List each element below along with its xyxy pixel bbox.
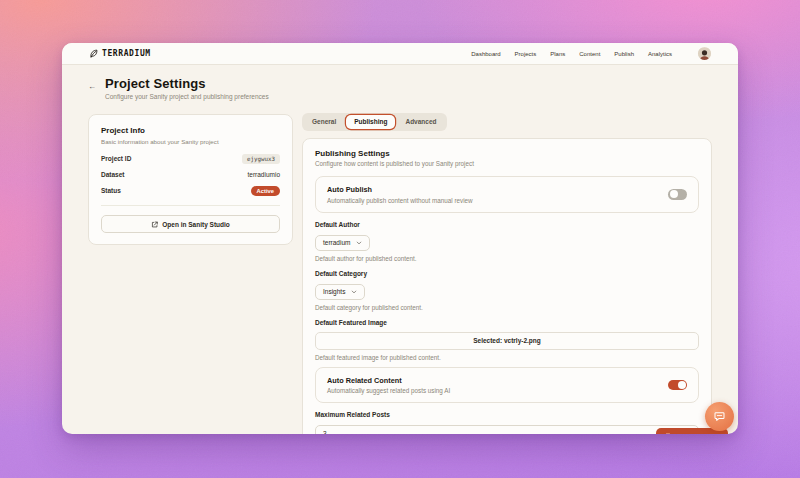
max-related-input[interactable] xyxy=(315,425,699,434)
open-sanity-studio-button[interactable]: Open in Sanity Studio xyxy=(101,215,280,233)
dataset-value: terradiumio xyxy=(247,171,280,178)
chat-bubble-icon xyxy=(714,411,725,422)
status-label: Status xyxy=(101,187,121,194)
project-id-value: ejygwux3 xyxy=(242,154,280,164)
project-info-card: Project Info Basic information about you… xyxy=(88,114,293,245)
app-window: TERRADIUM Dashboard Projects Plans Conte… xyxy=(62,43,738,434)
default-author-value: terradium xyxy=(323,239,350,246)
page-header: ← Project Settings Configure your Sanity… xyxy=(88,76,712,100)
publishing-settings-subtitle: Configure how content is published to yo… xyxy=(315,160,699,167)
back-arrow-icon[interactable]: ← xyxy=(88,82,96,91)
chevron-down-icon xyxy=(356,240,362,246)
default-author-help: Default author for published content. xyxy=(315,255,699,262)
leaf-icon xyxy=(89,49,98,58)
page-subtitle: Configure your Sanity project and publis… xyxy=(105,93,269,100)
project-info-title: Project Info xyxy=(101,126,280,135)
nav-item-plans[interactable]: Plans xyxy=(550,51,565,57)
tab-publishing[interactable]: Publishing xyxy=(346,115,395,129)
default-category-select[interactable]: Insights xyxy=(315,284,365,300)
brand-name: TERRADIUM xyxy=(102,49,151,58)
open-sanity-studio-label: Open in Sanity Studio xyxy=(162,221,230,228)
default-category-label: Default Category xyxy=(315,270,699,277)
publishing-settings-panel: Publishing Settings Configure how conten… xyxy=(302,138,712,435)
settings-tabs: General Publishing Advanced xyxy=(302,113,447,131)
project-id-row: Project ID ejygwux3 xyxy=(101,154,280,164)
auto-related-card: Auto Related Content Automatically sugge… xyxy=(315,367,699,404)
default-category-value: Insights xyxy=(323,288,345,295)
status-row: Status Active xyxy=(101,186,280,197)
default-category-help: Default category for published content. xyxy=(315,304,699,311)
auto-related-description: Automatically suggest related posts usin… xyxy=(327,387,450,394)
external-link-icon xyxy=(151,221,158,228)
tab-general[interactable]: General xyxy=(304,115,344,129)
auto-related-label: Auto Related Content xyxy=(327,376,450,385)
avatar-photo xyxy=(698,48,711,60)
nav-item-projects[interactable]: Projects xyxy=(515,51,537,57)
auto-publish-toggle[interactable] xyxy=(668,189,687,200)
auto-publish-label: Auto Publish xyxy=(327,185,473,194)
dataset-row: Dataset terradiumio xyxy=(101,171,280,178)
default-author-select[interactable]: terradium xyxy=(315,235,370,251)
chevron-down-icon xyxy=(351,289,357,295)
status-badge: Active xyxy=(251,186,280,197)
save-settings-label: Save Settings xyxy=(676,433,719,435)
featured-image-button[interactable]: Selected: vctrly-2.png xyxy=(315,332,699,350)
save-icon xyxy=(665,433,672,435)
default-author-label: Default Author xyxy=(315,221,699,228)
project-info-subtitle: Basic information about your Sanity proj… xyxy=(101,138,280,145)
top-navbar: TERRADIUM Dashboard Projects Plans Conte… xyxy=(62,43,738,65)
auto-publish-card: Auto Publish Automatically publish conte… xyxy=(315,176,699,213)
user-avatar[interactable] xyxy=(698,47,711,60)
page-content: ← Project Settings Configure your Sanity… xyxy=(62,65,738,434)
nav-links: Dashboard Projects Plans Content Publish… xyxy=(471,47,711,60)
tab-advanced[interactable]: Advanced xyxy=(397,115,444,129)
max-related-label: Maximum Related Posts xyxy=(315,411,699,418)
project-id-label: Project ID xyxy=(101,155,131,162)
feedback-fab[interactable] xyxy=(705,402,734,431)
auto-publish-description: Automatically publish content without ma… xyxy=(327,197,473,204)
nav-item-content[interactable]: Content xyxy=(579,51,600,57)
dataset-label: Dataset xyxy=(101,171,124,178)
publishing-settings-title: Publishing Settings xyxy=(315,149,699,158)
brand-logo[interactable]: TERRADIUM xyxy=(89,49,151,58)
divider xyxy=(101,205,280,206)
auto-related-toggle[interactable] xyxy=(668,380,687,391)
nav-item-analytics[interactable]: Analytics xyxy=(648,51,672,57)
nav-item-publish[interactable]: Publish xyxy=(614,51,634,57)
nav-item-dashboard[interactable]: Dashboard xyxy=(471,51,500,57)
featured-image-label: Default Featured Image xyxy=(315,319,699,326)
featured-image-help: Default featured image for published con… xyxy=(315,354,699,361)
page-title: Project Settings xyxy=(105,76,269,91)
